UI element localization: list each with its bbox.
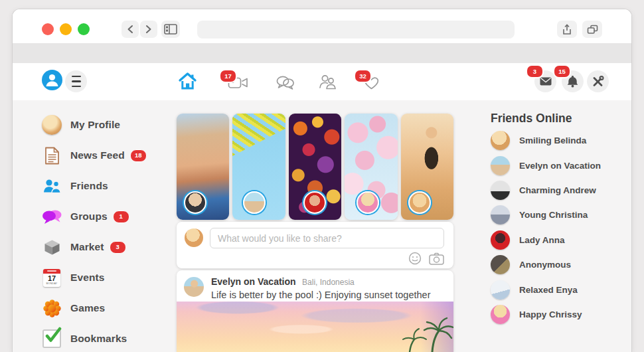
camera-icon[interactable] xyxy=(429,252,444,265)
sidebar-item-bookmarks[interactable]: Bookmarks xyxy=(13,323,175,352)
friend-avatar xyxy=(491,255,510,274)
palm-leaf-graphic xyxy=(232,114,285,192)
profile-avatar-button[interactable] xyxy=(42,70,62,90)
friend-avatar xyxy=(491,305,510,324)
sidebar-item-my-profile[interactable]: My Profile xyxy=(13,110,175,140)
sidebar-item-market[interactable]: Market 3 xyxy=(13,232,175,262)
sidebar-item-games[interactable]: Games xyxy=(13,293,175,323)
forward-button[interactable] xyxy=(140,21,157,38)
friend-name: Relaxed Enya xyxy=(519,285,578,295)
friend-name: Lady Anna xyxy=(519,235,565,245)
mail-icon xyxy=(540,77,552,86)
post-author-name[interactable]: Evelyn on Vacation xyxy=(211,276,296,287)
likes-badge: 32 xyxy=(354,69,372,83)
sidebar-item-label: Groups xyxy=(70,211,108,222)
games-flower-icon xyxy=(43,300,61,317)
story-avatar xyxy=(184,191,206,214)
address-bar[interactable] xyxy=(197,21,515,39)
calendar-icon: 17 MONDAY xyxy=(43,269,60,287)
news-feed-badge: 18 xyxy=(130,149,147,162)
home-icon xyxy=(178,72,197,90)
user-avatar-icon xyxy=(42,70,62,90)
share-box xyxy=(177,222,453,268)
hamburger-icon xyxy=(72,76,81,78)
friend-row-anonymous[interactable]: Anonymous xyxy=(487,252,632,277)
story-avatar xyxy=(303,191,326,214)
messages-badge: 3 xyxy=(526,64,544,78)
friend-avatar xyxy=(491,181,510,200)
friend-row-happy-chrissy[interactable]: Happy Chrissy xyxy=(487,302,632,327)
friend-row-smiling-belinda[interactable]: Smiling Belinda xyxy=(487,128,632,153)
calendar-day: 17 xyxy=(43,274,60,282)
nav-home[interactable] xyxy=(178,72,197,90)
friend-row-relaxed-enya[interactable]: Relaxed Enya xyxy=(487,277,632,302)
friends-online-title: Friends Online xyxy=(491,112,632,126)
calendar-weekday: MONDAY xyxy=(43,282,60,285)
share-input[interactable] xyxy=(210,228,444,248)
sidebar-item-label: Friends xyxy=(70,180,108,192)
close-window-button[interactable] xyxy=(42,23,54,35)
chat-bubbles-icon xyxy=(276,75,295,90)
app-header: 17 32 xyxy=(13,63,631,100)
sidebar-item-label: My Profile xyxy=(70,119,120,131)
friend-avatar xyxy=(491,156,510,175)
share-button[interactable] xyxy=(557,21,577,38)
tab-overview-button[interactable] xyxy=(582,21,602,38)
bookmarks-check-icon xyxy=(42,329,61,348)
minimize-window-button[interactable] xyxy=(60,23,72,35)
sidebar-toggle-icon xyxy=(164,24,177,35)
story-card-cherry-blossom[interactable] xyxy=(345,114,397,220)
sidebar-item-events[interactable]: 17 MONDAY Events xyxy=(13,262,175,293)
friend-row-young-christina[interactable]: Young Christina xyxy=(487,203,632,227)
friend-name: Smiling Belinda xyxy=(519,135,586,145)
nav-likes[interactable]: 32 xyxy=(362,75,380,90)
share-box-avatar xyxy=(185,228,203,247)
smiley-icon[interactable] xyxy=(408,252,422,265)
friend-name: Charming Andrew xyxy=(519,185,596,195)
app-content: My Profile News Feed 18 xyxy=(13,100,631,352)
story-card-palm-leaf[interactable] xyxy=(232,114,285,220)
friend-row-lady-anna[interactable]: Lady Anna xyxy=(487,228,632,252)
zoom-window-button[interactable] xyxy=(78,23,90,35)
sidebar-item-label: Market xyxy=(70,241,104,253)
market-cube-icon xyxy=(43,238,61,256)
friend-name: Young Christina xyxy=(519,210,588,220)
story-avatar xyxy=(357,191,379,214)
post-photo-sunset[interactable] xyxy=(177,302,453,352)
friend-name: Anonymous xyxy=(519,260,571,270)
nav-chat[interactable] xyxy=(276,75,295,90)
sidebar-item-label: Bookmarks xyxy=(70,333,127,345)
sidebar-item-label: Events xyxy=(70,272,104,284)
post-author-avatar[interactable] xyxy=(184,277,204,297)
story-card-bokeh-lights[interactable] xyxy=(289,114,341,220)
nav-video[interactable]: 17 xyxy=(228,75,248,90)
story-avatar xyxy=(408,191,431,214)
sidebar-item-news-feed[interactable]: News Feed 18 xyxy=(13,140,175,171)
page-background-band xyxy=(13,43,631,63)
friend-avatar xyxy=(491,280,510,300)
sidebar-item-friends[interactable]: Friends xyxy=(13,171,175,201)
nav-friends[interactable] xyxy=(319,74,337,90)
story-avatar xyxy=(243,191,266,214)
back-button[interactable] xyxy=(121,21,139,38)
market-badge: 3 xyxy=(110,241,126,254)
friend-name: Evelyn on Vacation xyxy=(519,161,601,171)
friend-row-charming-andrew[interactable]: Charming Andrew xyxy=(487,178,632,203)
settings-button[interactable] xyxy=(587,70,609,92)
story-card-couple-selfie[interactable] xyxy=(177,114,229,220)
palm-trees-silhouette xyxy=(354,306,453,352)
friend-avatar xyxy=(491,230,510,250)
notifications-badge: 15 xyxy=(553,64,571,78)
tools-icon xyxy=(592,75,604,88)
forward-chevron-icon xyxy=(145,25,153,34)
friends-people-icon xyxy=(42,179,62,194)
browser-toolbar xyxy=(13,9,631,43)
story-card-beach-workout[interactable] xyxy=(401,114,453,220)
notifications-button[interactable]: 15 xyxy=(562,70,584,92)
menu-button[interactable] xyxy=(65,70,87,92)
friend-row-evelyn-on-vacation[interactable]: Evelyn on Vacation xyxy=(487,153,632,177)
video-badge: 17 xyxy=(219,69,237,83)
tab-overview-icon xyxy=(587,25,598,35)
sidebar-item-groups[interactable]: Groups 1 xyxy=(13,201,175,232)
sidebar-toggle-button[interactable] xyxy=(161,21,180,38)
